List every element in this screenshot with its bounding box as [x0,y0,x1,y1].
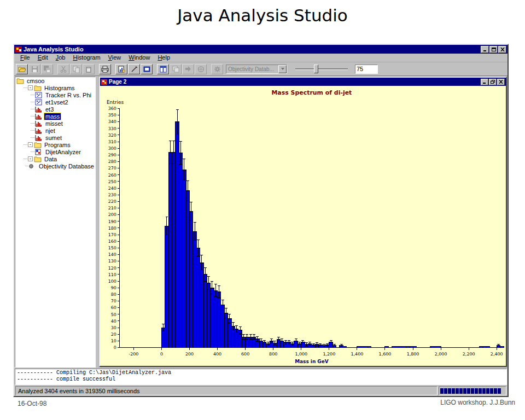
menu-histogram[interactable]: Histogram [69,54,104,62]
menu-job[interactable]: Job [52,54,69,62]
menu-edit[interactable]: Edit [34,54,52,62]
tree-guide-line [31,123,34,124]
tree-collapse-toggle[interactable]: - [28,85,33,90]
scissors-icon [60,66,67,73]
progress-segment [482,388,486,394]
tree-indent [15,148,31,155]
tree-collapse-toggle[interactable]: - [28,142,33,147]
tree-item-data[interactable]: -Data [15,155,95,162]
progress-segment [486,388,489,394]
print-button[interactable] [99,64,111,74]
app-title: Java Analysis Studio [24,46,480,52]
tree-item-njet[interactable]: njet [15,127,95,134]
tree-collapse-toggle[interactable]: - [28,156,33,161]
tree-indent [15,134,31,141]
slide: Java Analysis Studio Java Analysis Studi… [0,0,525,420]
tree-item-misset[interactable]: misset [15,120,95,127]
histogram-chart: Mass Spectrum of di-jetEntries0102030405… [100,86,506,366]
menu-window[interactable]: Window [125,54,154,62]
svg-text:60: 60 [111,305,116,310]
close-icon [499,80,503,84]
combo-dropdown-button[interactable] [278,65,287,73]
arrow-right-icon [185,66,191,72]
close-button[interactable] [498,46,506,53]
help-book-button[interactable] [141,64,153,74]
svg-text:290: 290 [108,153,116,158]
menu-view[interactable]: View [104,54,125,62]
tree-item-label: cmsoo [26,78,45,84]
svg-text:170: 170 [108,232,116,237]
tree-item-mass[interactable]: mass [15,113,95,120]
new-page-button[interactable] [115,64,127,74]
svg-text:0: 0 [160,352,163,357]
svg-text:190: 190 [108,219,116,224]
slider-handle[interactable] [314,65,318,73]
svg-text:1,000: 1,000 [295,352,307,357]
svg-text:350: 350 [108,113,116,118]
svg-text:Mass in GeV: Mass in GeV [295,359,329,364]
datasource-combo[interactable]: Objectivity Datab... [226,65,287,74]
svg-text:250: 250 [108,179,116,184]
tree-item-programs[interactable]: -Programs [15,141,95,148]
gear-icon [214,66,221,73]
menu-help[interactable]: Help [154,54,174,62]
tree-indent [15,98,31,106]
maximize-button[interactable] [489,46,498,53]
events-count-input[interactable] [355,65,378,74]
hist2d-icon [35,92,43,98]
toolbar-separator [112,64,115,74]
tree-item-et1vset2[interactable]: et1vset2 [15,98,95,106]
svg-text:200: 200 [185,352,194,357]
tree-item-label: mass [44,113,61,120]
svg-text:340: 340 [108,119,116,124]
tree-item-tracker-r-vs-phi[interactable]: Tracker R vs. Phi [15,91,95,98]
tree-guide-line [31,95,34,95]
page-restore-button[interactable] [489,79,497,85]
svg-text:220: 220 [108,199,116,204]
svg-text:70: 70 [111,299,116,304]
console-line: ----------- Compiling C:\Jas\DijetAnalyz… [17,370,505,376]
globe-icon [197,66,205,73]
clipboard-icon [85,66,92,73]
tree-item-dijetanalyzer[interactable]: DijetAnalyzer [15,148,95,155]
page-minimize-button[interactable] [481,79,488,85]
toolbar-separator [153,64,156,74]
page-close-button[interactable] [497,79,505,85]
progress-segment [456,388,459,394]
svg-text:2,000: 2,000 [435,352,447,357]
progress-bar [439,386,506,395]
event-rate-slider[interactable] [295,64,348,74]
program-icon [35,149,43,155]
database-icon [28,163,36,170]
svg-text:140: 140 [108,252,116,257]
slide-date: 16-Oct-98 [18,400,46,407]
tree-item-histograms[interactable]: -Histograms [15,84,95,91]
progress-segment [475,388,478,394]
tree-item-label: Objectivity Database [38,163,95,170]
open-file-button[interactable] [16,64,28,74]
tree-guide-line [24,88,27,88]
cascade-windows-icon [172,66,179,73]
tree-item-sumet[interactable]: sumet [15,134,95,141]
tree-item-et3[interactable]: et3 [15,106,95,113]
progress-segment [459,388,463,394]
minimize-icon [483,48,487,51]
svg-text:360: 360 [108,106,116,111]
svg-text:310: 310 [108,139,116,144]
minimize-button[interactable] [481,46,489,53]
menu-file[interactable]: File [16,54,34,62]
svg-text:100: 100 [108,279,116,284]
settings-button [211,64,223,74]
tree-item-cmsoo[interactable]: cmsoo [15,77,95,84]
progress-segment [498,388,501,394]
rescale-button[interactable] [128,64,140,74]
next-event-button [182,64,194,74]
progress-segment [452,388,455,394]
save-button [28,64,40,74]
svg-text:400: 400 [213,352,221,357]
tile-windows-button[interactable] [157,64,169,74]
run-job-button [195,64,207,74]
svg-text:120: 120 [108,266,116,271]
tree-guide-line [24,144,27,145]
tree-item-objectivity-database[interactable]: Objectivity Database [15,162,95,170]
